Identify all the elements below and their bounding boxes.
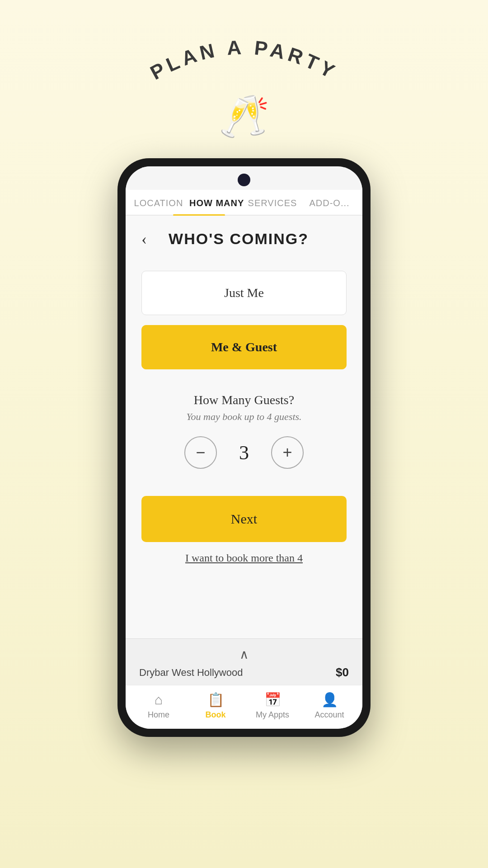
main-content: ‹ WHO'S COMING? Just Me Me & Guest How M… — [126, 216, 362, 685]
just-me-button[interactable]: Just Me — [141, 271, 347, 315]
back-button[interactable]: ‹ — [141, 229, 147, 248]
price-tag: $0 — [336, 665, 349, 679]
location-price-row: Drybar West Hollywood $0 — [139, 665, 349, 679]
bottom-nav: ⌂ Home 📋 Book 📅 My Appts 👤 Account — [126, 685, 362, 729]
bottom-info-bar: ∧ Drybar West Hollywood $0 — [126, 638, 362, 685]
tab-add-ons[interactable]: ADD-O... — [301, 190, 358, 215]
decrement-button[interactable]: − — [184, 436, 217, 469]
tab-location[interactable]: LOCATION — [130, 190, 187, 215]
nav-home[interactable]: ⌂ Home — [130, 692, 187, 720]
svg-text:PLAN A PARTY: PLAN A PARTY — [146, 36, 341, 84]
nav-account-label: Account — [314, 710, 344, 720]
champagne-icon: 🥂 — [219, 93, 269, 140]
tabs-bar: LOCATION HOW MANY SERVICES ADD-O... — [126, 190, 362, 216]
guests-subtitle: You may book up to 4 guests. — [141, 411, 347, 423]
content-card: ‹ WHO'S COMING? Just Me Me & Guest How M… — [126, 216, 362, 638]
my-appts-icon: 📅 — [264, 692, 281, 708]
book-icon: 📋 — [207, 692, 224, 708]
phone-notch-area — [126, 166, 362, 190]
guests-section: How Many Guests? You may book up to 4 gu… — [141, 393, 347, 469]
tab-how-many[interactable]: HOW MANY — [187, 190, 244, 215]
nav-my-appts-label: My Appts — [256, 710, 289, 720]
header-row: ‹ WHO'S COMING? — [141, 229, 347, 248]
account-icon: 👤 — [321, 692, 338, 708]
next-button[interactable]: Next — [141, 496, 347, 542]
nav-book[interactable]: 📋 Book — [187, 692, 244, 720]
increment-button[interactable]: + — [271, 436, 304, 469]
more-than-four-link[interactable]: I want to book more than 4 — [141, 552, 347, 564]
nav-my-appts[interactable]: 📅 My Appts — [244, 692, 301, 720]
counter-row: − 3 + — [141, 436, 347, 469]
tab-services[interactable]: SERVICES — [244, 190, 301, 215]
chevron-up-icon[interactable]: ∧ — [239, 647, 249, 662]
phone-screen: LOCATION HOW MANY SERVICES ADD-O... ‹ WH… — [126, 166, 362, 729]
home-icon: ⌂ — [155, 692, 163, 708]
nav-account[interactable]: 👤 Account — [301, 692, 358, 720]
me-and-guest-button[interactable]: Me & Guest — [141, 325, 347, 369]
tab-active-indicator — [173, 214, 225, 216]
page-title: WHO'S COMING? — [147, 230, 330, 248]
guest-count: 3 — [233, 441, 255, 464]
top-section: PLAN A PARTY 🥂 — [136, 0, 352, 140]
phone-frame: LOCATION HOW MANY SERVICES ADD-O... ‹ WH… — [117, 158, 371, 737]
location-name: Drybar West Hollywood — [139, 667, 243, 679]
app-title-arch: PLAN A PARTY — [136, 36, 352, 90]
guests-title: How Many Guests? — [141, 393, 347, 407]
app-title-text: PLAN A PARTY — [146, 36, 341, 84]
nav-book-label: Book — [206, 710, 226, 720]
front-camera — [238, 174, 250, 186]
nav-home-label: Home — [148, 710, 169, 720]
